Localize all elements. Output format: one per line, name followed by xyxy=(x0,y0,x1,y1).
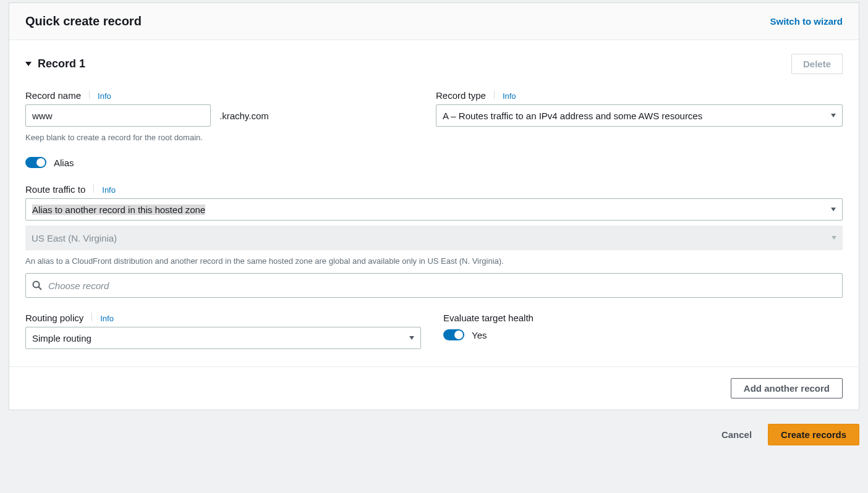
search-icon xyxy=(32,280,42,290)
region-value: US East (N. Virginia) xyxy=(32,233,117,243)
routing-policy-value: Simple routing xyxy=(32,333,91,343)
alias-label: Alias xyxy=(54,158,74,168)
record-name-input[interactable] xyxy=(25,104,211,127)
alias-target-value: Alias to another record in this hosted z… xyxy=(32,204,205,215)
evaluate-health-label: Evaluate target health xyxy=(443,313,534,323)
add-another-record-button[interactable]: Add another record xyxy=(731,378,843,398)
evaluate-health-toggle[interactable] xyxy=(443,329,464,340)
chevron-down-icon xyxy=(831,114,836,117)
caret-down-icon xyxy=(25,62,32,66)
cancel-button[interactable]: Cancel xyxy=(721,429,752,440)
record-header: Record 1 Delete xyxy=(25,54,843,74)
label-separator xyxy=(93,184,94,193)
domain-suffix: .krachy.com xyxy=(219,111,269,121)
alias-toggle[interactable] xyxy=(25,157,46,168)
label-separator xyxy=(89,90,90,99)
panel-header: Quick create record Switch to wizard xyxy=(9,3,859,40)
routing-policy-info-link[interactable]: Info xyxy=(100,314,114,323)
evaluate-health-label-row: Evaluate target health xyxy=(443,313,843,323)
record-title: Record 1 xyxy=(38,57,85,70)
region-select: US East (N. Virginia) xyxy=(25,225,843,250)
panel-title: Quick create record xyxy=(25,14,142,28)
routing-policy-label: Routing policy xyxy=(25,313,83,323)
label-separator xyxy=(91,313,92,321)
record-name-info-link[interactable]: Info xyxy=(98,91,111,101)
label-separator xyxy=(494,90,495,99)
chevron-down-icon xyxy=(831,208,836,211)
record-toggle-header[interactable]: Record 1 xyxy=(25,57,85,70)
svg-line-1 xyxy=(39,287,42,290)
panel-footer: Add another record xyxy=(9,367,859,410)
create-records-button[interactable]: Create records xyxy=(768,424,859,445)
switch-to-wizard-link[interactable]: Switch to wizard xyxy=(770,16,843,27)
record-type-value: A – Routes traffic to an IPv4 address an… xyxy=(443,111,702,121)
page-footer-actions: Cancel Create records xyxy=(9,410,859,445)
choose-record-placeholder: Choose record xyxy=(48,280,109,291)
alias-target-select[interactable]: Alias to another record in this hosted z… xyxy=(25,198,843,221)
record-type-label: Record type xyxy=(436,90,486,101)
record-1-section: Record 1 Delete Record name Info .krachy… xyxy=(9,40,859,367)
chevron-down-icon xyxy=(409,336,414,340)
record-type-select[interactable]: A – Routes traffic to an IPv4 address an… xyxy=(436,104,843,127)
routing-policy-select[interactable]: Simple routing xyxy=(25,327,421,349)
evaluate-health-value: Yes xyxy=(472,330,487,340)
route-traffic-label: Route traffic to xyxy=(25,184,85,195)
record-name-hint: Keep blank to create a record for the ro… xyxy=(25,133,421,142)
region-hint: An alias to a CloudFront distribution an… xyxy=(25,256,843,266)
delete-button[interactable]: Delete xyxy=(791,54,843,74)
record-type-label-row: Record type Info xyxy=(436,90,843,101)
chevron-down-icon xyxy=(832,236,836,240)
route-traffic-info-link[interactable]: Info xyxy=(102,185,116,195)
choose-record-select[interactable]: Choose record xyxy=(25,273,843,298)
quick-create-record-panel: Quick create record Switch to wizard Rec… xyxy=(9,2,859,410)
routing-policy-label-row: Routing policy Info xyxy=(25,313,421,323)
record-name-label-row: Record name Info xyxy=(25,90,421,101)
route-traffic-label-row: Route traffic to Info xyxy=(25,184,843,195)
record-name-label: Record name xyxy=(25,90,81,101)
record-type-info-link[interactable]: Info xyxy=(503,91,516,101)
svg-point-0 xyxy=(33,282,40,288)
